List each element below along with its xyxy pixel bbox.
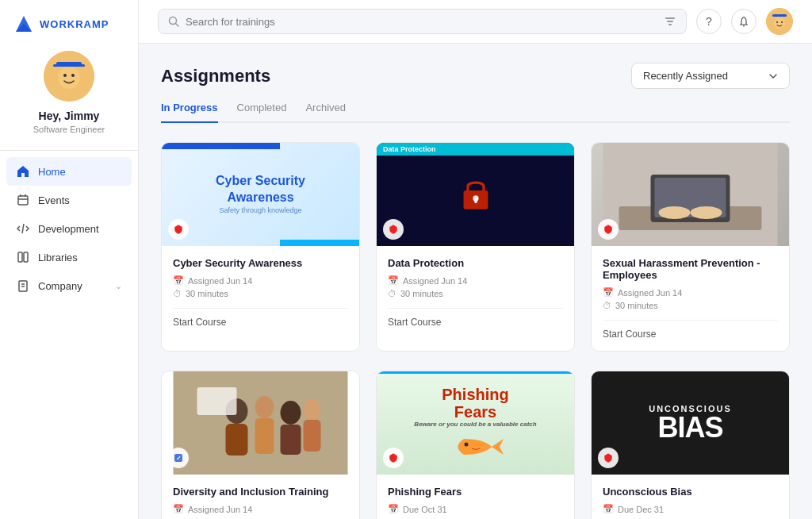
notifications-button[interactable] (731, 9, 756, 34)
data-assigned: 📅 Assigned Jun 14 (388, 275, 563, 286)
card-body-phishing: Phishing Fears 📅 Due Oct 31 Continue Cou… (377, 475, 574, 519)
sidebar-item-company[interactable]: Company ⌄ (6, 271, 132, 300)
course-card-bias[interactable]: UNCONSCIOUS BIAS Unconscious Bias 📅 Due (591, 371, 790, 519)
sidebar-label-home: Home (38, 166, 66, 178)
filter-icon[interactable] (664, 15, 676, 28)
search-bar[interactable] (158, 9, 687, 34)
development-icon (16, 221, 30, 236)
logo[interactable]: WORKRAMP (0, 13, 121, 51)
tabs: In Progress Completed Archived (161, 102, 790, 123)
sidebar-label-events: Events (38, 194, 70, 206)
course-card-phishing[interactable]: PhishingFears Beware or you could be a v… (376, 371, 575, 519)
svg-point-34 (691, 206, 722, 219)
cyber-action[interactable]: Start Course (173, 308, 348, 328)
calendar-icon2: 📅 (388, 275, 399, 286)
svg-point-42 (304, 399, 321, 420)
svg-point-5 (58, 67, 80, 89)
cyber-assigned: 📅 Assigned Jun 14 (173, 275, 348, 286)
sidebar-item-home[interactable]: Home (6, 157, 132, 186)
content-header: Assignments Recently Assigned (161, 63, 790, 89)
card-thumb-sexual (592, 143, 789, 246)
calendar-icon4: 📅 (173, 504, 184, 514)
sidebar-label-development: Development (38, 223, 99, 235)
events-icon (16, 193, 30, 207)
tab-archived[interactable]: Archived (305, 102, 346, 123)
course-card-sexual[interactable]: Sexual Harassment Prevention - Employees… (591, 142, 790, 352)
bias-title-text: Unconscious Bias (603, 486, 778, 498)
svg-point-24 (776, 21, 778, 23)
svg-point-47 (464, 443, 468, 447)
svg-point-6 (63, 74, 67, 77)
tab-in-progress[interactable]: In Progress (161, 102, 218, 123)
calendar-icon5: 📅 (388, 504, 399, 514)
cyber-badge (168, 219, 189, 240)
topbar: ? (139, 0, 812, 44)
svg-rect-10 (18, 252, 22, 262)
libraries-icon (16, 250, 30, 264)
card-thumb-data: Data Protection (377, 143, 574, 246)
clock-icon: ⏱ (173, 289, 182, 298)
sidebar-divider (0, 150, 138, 151)
card-thumb-diversity: ✓ (162, 371, 359, 475)
svg-rect-4 (53, 64, 85, 67)
sexual-badge (598, 219, 619, 240)
content-area: Assignments Recently Assigned In Progres… (139, 44, 812, 519)
logo-text: WORKRAMP (40, 18, 109, 30)
cyber-thumb-text: Cyber SecurityAwareness Safety through k… (216, 173, 305, 215)
topbar-icons: ? (696, 8, 793, 35)
fish-icon (444, 431, 508, 463)
bias-assigned: 📅 Due Dec 31 (603, 504, 778, 514)
phishing-assigned: 📅 Due Oct 31 (388, 504, 563, 514)
avatar-image (44, 51, 94, 102)
course-card-data[interactable]: Data Protection (376, 142, 575, 352)
cyber-duration: ⏱ 30 minutes (173, 289, 348, 298)
calendar-icon: 📅 (173, 275, 184, 286)
course-card-diversity[interactable]: ✓ Diversity and Inclusion Training 📅 Ass… (161, 371, 360, 519)
card-body-bias: Unconscious Bias 📅 Due Dec 31 Continue C… (592, 475, 789, 519)
svg-line-16 (176, 24, 179, 27)
sidebar-nav: Home Events Development Libraries Compan… (0, 157, 138, 300)
cyber-title: Cyber Security Awareness (173, 257, 348, 269)
diversity-image (162, 371, 359, 475)
bell-icon (738, 16, 749, 27)
search-input[interactable] (186, 16, 657, 28)
sexual-meta: 📅 Assigned Jun 14 ⏱ 30 minutes (603, 287, 778, 310)
sidebar-item-events[interactable]: Events (6, 186, 132, 214)
sexual-assigned: 📅 Assigned Jun 14 (603, 287, 778, 298)
clock-icon3: ⏱ (603, 301, 611, 310)
phishing-title-text: Phishing Fears (388, 486, 563, 498)
sidebar: WORKRAMP Hey, Jimmy Software Engineer Ho… (0, 0, 139, 519)
data-duration: ⏱ 30 minutes (388, 289, 563, 298)
topbar-avatar[interactable] (766, 8, 793, 35)
calendar-icon6: 📅 (603, 504, 614, 514)
svg-rect-37 (226, 424, 248, 456)
course-card-cyber[interactable]: Cyber SecurityAwareness Safety through k… (161, 142, 360, 352)
clock-icon2: ⏱ (388, 289, 396, 298)
svg-rect-28 (474, 198, 477, 203)
sexual-action[interactable]: Start Course (603, 320, 778, 340)
data-content (377, 143, 574, 246)
svg-rect-8 (18, 196, 28, 205)
bias-meta: 📅 Due Dec 31 (603, 504, 778, 514)
data-action[interactable]: Start Course (388, 308, 563, 328)
svg-point-23 (774, 17, 785, 29)
card-body-cyber: Cyber Security Awareness 📅 Assigned Jun … (162, 246, 359, 339)
page-title: Assignments (161, 66, 270, 86)
svg-rect-19 (668, 24, 672, 25)
company-icon (16, 279, 30, 293)
sort-dropdown[interactable]: Recently Assigned (631, 63, 790, 89)
bias-text: UNCONSCIOUS BIAS (649, 404, 732, 442)
sidebar-item-development[interactable]: Development (6, 214, 132, 243)
sidebar-item-libraries[interactable]: Libraries (6, 243, 132, 271)
svg-rect-43 (304, 420, 321, 452)
svg-point-38 (255, 396, 274, 418)
help-button[interactable]: ? (696, 9, 722, 34)
company-expand-icon: ⌄ (115, 281, 122, 291)
laptop-hands-img (592, 143, 789, 246)
svg-rect-18 (667, 21, 673, 22)
diversity-assigned: 📅 Assigned Jun 14 (173, 504, 348, 514)
tab-completed[interactable]: Completed (237, 102, 287, 123)
chevron-down-icon (768, 71, 778, 81)
svg-point-33 (659, 206, 691, 219)
data-title: Data Protection (388, 257, 563, 269)
